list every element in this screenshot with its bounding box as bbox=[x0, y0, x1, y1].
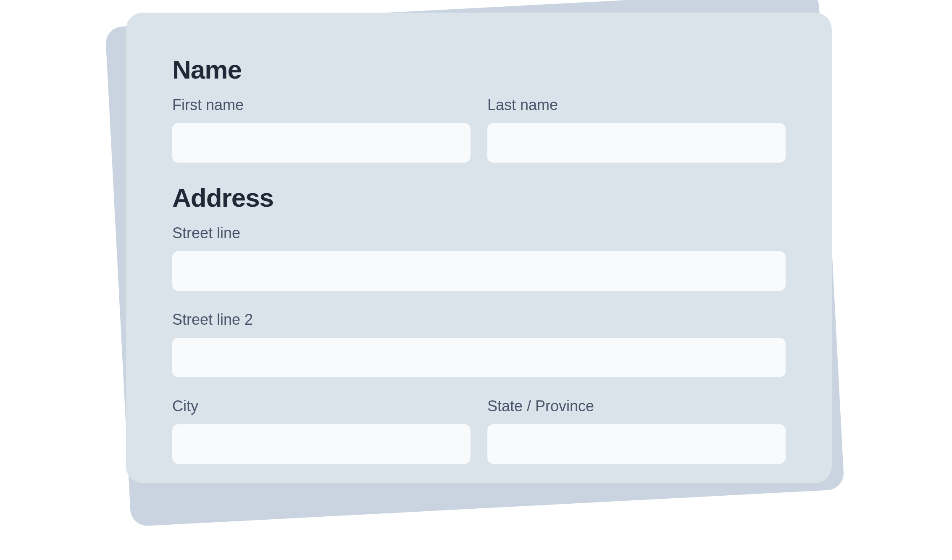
street-line-2-field: Street line 2 bbox=[172, 311, 786, 377]
form-card: Name First name Last name Address Street… bbox=[126, 13, 832, 483]
city-label: City bbox=[172, 397, 471, 415]
form-card-stack: Name First name Last name Address Street… bbox=[118, 8, 832, 546]
street-line-2-label: Street line 2 bbox=[172, 311, 786, 329]
state-label: State / Province bbox=[487, 397, 786, 415]
street-line-field: Street line bbox=[172, 224, 786, 291]
last-name-field: Last name bbox=[487, 96, 786, 163]
last-name-label: Last name bbox=[487, 96, 786, 114]
city-input[interactable] bbox=[172, 424, 471, 464]
first-name-field: First name bbox=[172, 96, 471, 163]
state-input[interactable] bbox=[487, 424, 786, 464]
name-fields-row: First name Last name bbox=[172, 96, 786, 163]
first-name-label: First name bbox=[172, 96, 471, 114]
last-name-input[interactable] bbox=[487, 123, 786, 163]
street-line-2-input[interactable] bbox=[172, 338, 786, 377]
first-name-input[interactable] bbox=[172, 123, 471, 163]
street-line-input[interactable] bbox=[172, 251, 786, 291]
city-state-row: City State / Province bbox=[172, 397, 786, 464]
city-field: City bbox=[172, 397, 471, 464]
state-field: State / Province bbox=[487, 397, 786, 464]
address-section-heading: Address bbox=[172, 183, 786, 213]
name-section-heading: Name bbox=[172, 55, 786, 84]
street-line-label: Street line bbox=[172, 224, 786, 242]
